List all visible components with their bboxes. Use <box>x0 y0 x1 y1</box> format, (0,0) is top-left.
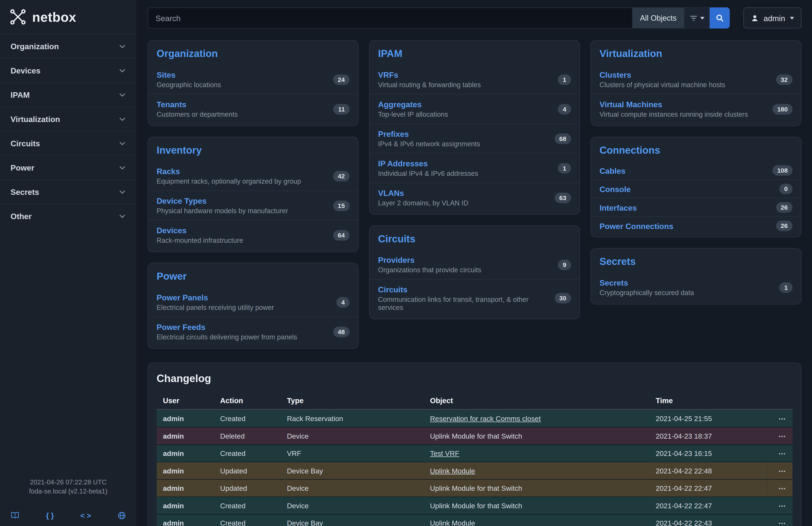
dashboard-link-clusters[interactable]: ClustersClusters of physical virtual mac… <box>591 65 801 94</box>
item-title[interactable]: Power Connections <box>599 222 673 230</box>
card-connections: ConnectionsCables108Console0Interfaces26… <box>591 137 801 238</box>
item-title[interactable]: Console <box>599 184 631 194</box>
item-title[interactable]: Providers <box>378 255 481 265</box>
sidebar-item-virtualization[interactable]: Virtualization <box>0 106 137 131</box>
dashboard-link-circuits[interactable]: CircuitsCommunication links for transit,… <box>370 279 580 317</box>
object-type-selector[interactable]: All Objects <box>632 8 684 28</box>
count-badge: 0 <box>780 184 793 194</box>
sidebar-item-organization[interactable]: Organization <box>0 34 137 58</box>
dashboard-link-interfaces[interactable]: Interfaces26 <box>591 198 801 216</box>
changelog-object-link[interactable]: Uplink Module <box>430 519 475 526</box>
changelog-object-link[interactable]: Reservation for rack Comms closet <box>430 414 541 423</box>
item-title[interactable]: Devices <box>157 226 243 235</box>
filter-dropdown-button[interactable] <box>684 8 710 28</box>
user-menu-button[interactable]: admin <box>743 8 801 28</box>
count-badge: 63 <box>554 192 571 203</box>
row-actions-button[interactable]: ⋯ <box>767 514 793 526</box>
dashboard-link-secrets[interactable]: SecretsCryptographically secured data1 <box>591 273 801 302</box>
changelog-header-row: UserActionTypeObjectTime <box>157 392 793 410</box>
sidebar-item-other[interactable]: Other <box>0 204 137 228</box>
item-text: Interfaces <box>599 203 637 212</box>
search-submit-button[interactable] <box>710 8 730 28</box>
item-title[interactable]: Circuits <box>378 285 549 294</box>
changelog-object: Uplink Module for that Switch <box>430 501 522 510</box>
item-title[interactable]: Interfaces <box>599 203 637 212</box>
item-title[interactable]: Power Feeds <box>157 323 298 331</box>
code-icon[interactable]: < > <box>81 512 91 519</box>
changelog-object-link[interactable]: Test VRF <box>430 450 459 457</box>
row-actions-button[interactable]: ⋯ <box>767 497 793 514</box>
dashboard-link-virtual-machines[interactable]: Virtual MachinesVirtual compute instance… <box>591 94 801 124</box>
dashboard-link-sites[interactable]: SitesGeographic locations24 <box>148 65 358 94</box>
item-title[interactable]: Racks <box>157 167 301 176</box>
sidebar-item-devices[interactable]: Devices <box>0 58 137 82</box>
item-title[interactable]: VLANs <box>378 188 468 198</box>
dashboard-link-cables[interactable]: Cables108 <box>591 161 801 180</box>
changelog-row: adminCreatedDeviceUplink Module for that… <box>157 497 793 514</box>
dashboard-link-power-connections[interactable]: Power Connections26 <box>591 216 801 235</box>
row-actions-button[interactable]: ⋯ <box>767 410 793 427</box>
changelog-action: Created <box>214 410 281 427</box>
sidebar-item-label: Virtualization <box>11 115 60 124</box>
card-title: Connections <box>591 137 801 161</box>
item-title[interactable]: IP Addresses <box>378 159 478 168</box>
dashboard-link-power-panels[interactable]: Power PanelsElectrical panels receiving … <box>148 288 358 317</box>
row-actions-button[interactable]: ⋯ <box>767 427 793 445</box>
brand[interactable]: netbox <box>0 0 137 34</box>
dashboard-link-aggregates[interactable]: AggregatesTop-level IP allocations4 <box>370 94 580 124</box>
row-actions-button[interactable]: ⋯ <box>767 444 793 462</box>
item-description: Organizations that provide circuits <box>378 266 481 274</box>
item-title[interactable]: Aggregates <box>378 100 448 109</box>
dashboard-link-device-types[interactable]: Device TypesPhysical hardware models by … <box>148 190 358 220</box>
card-title: Circuits <box>370 226 580 250</box>
row-actions-button[interactable]: ⋯ <box>767 462 793 480</box>
changelog-table: UserActionTypeObjectTime adminCreatedRac… <box>157 392 793 526</box>
changelog-action: Created <box>214 444 281 462</box>
sidebar-item-circuits[interactable]: Circuits <box>0 131 137 155</box>
dashboard-link-devices[interactable]: DevicesRack-mounted infrastructure64 <box>148 220 358 250</box>
dashboard-link-ip-addresses[interactable]: IP AddressesIndividual IPv4 & IPv6 addre… <box>370 153 580 183</box>
dashboard-link-vlans[interactable]: VLANsLayer 2 domains, by VLAN ID63 <box>370 183 580 212</box>
community-globe-icon[interactable] <box>117 511 126 520</box>
item-title[interactable]: Virtual Machines <box>599 100 748 109</box>
item-title[interactable]: Tenants <box>157 100 238 109</box>
item-title[interactable]: Sites <box>157 70 221 80</box>
dashboard-link-racks[interactable]: RacksEquipment racks, optionally organiz… <box>148 161 358 190</box>
sidebar-item-secrets[interactable]: Secrets <box>0 180 137 204</box>
caret-down-icon <box>700 17 704 19</box>
docs-book-icon[interactable] <box>11 511 19 520</box>
item-text: Device TypesPhysical hardware models by … <box>157 196 288 215</box>
changelog-row: adminUpdatedDeviceUplink Module for that… <box>157 479 793 497</box>
item-title[interactable]: Secrets <box>599 278 694 287</box>
item-title[interactable]: Prefixes <box>378 129 480 139</box>
dashboard-link-providers[interactable]: ProvidersOrganizations that provide circ… <box>370 250 580 279</box>
sidebar-item-power[interactable]: Power <box>0 155 137 180</box>
item-title[interactable]: Clusters <box>599 70 725 80</box>
sidebar-footer-icons: { } < > <box>8 511 129 520</box>
count-badge: 1 <box>558 163 571 173</box>
user-name: admin <box>764 14 785 23</box>
sidebar-item-label: Secrets <box>11 187 39 197</box>
search-input[interactable] <box>148 8 632 28</box>
sidebar-item-ipam[interactable]: IPAM <box>0 82 137 106</box>
dashboard-link-tenants[interactable]: TenantsCustomers or departments11 <box>148 94 358 124</box>
item-title[interactable]: Device Types <box>157 196 288 205</box>
count-badge: 24 <box>333 74 349 85</box>
dashboard-link-console[interactable]: Console0 <box>591 180 801 198</box>
item-title[interactable]: VRFs <box>378 70 481 80</box>
item-title[interactable]: Cables <box>599 166 626 175</box>
changelog-object-link[interactable]: Uplink Module <box>430 467 475 475</box>
item-title[interactable]: Power Panels <box>157 293 274 302</box>
item-description: Layer 2 domains, by VLAN ID <box>378 199 468 207</box>
changelog-time: 2021-04-22 22:43 <box>649 514 767 526</box>
item-description: Customers or departments <box>157 110 238 118</box>
dashboard-link-vrfs[interactable]: VRFsVirtual routing & forwarding tables1 <box>370 65 580 94</box>
changelog-row: adminCreatedVRFTest VRF2021-04-23 16:15⋯ <box>157 444 793 462</box>
dashboard-link-prefixes[interactable]: PrefixesIPv4 & IPv6 network assignments6… <box>370 124 580 153</box>
dashboard-link-power-feeds[interactable]: Power FeedsElectrical circuits deliverin… <box>148 317 358 346</box>
api-braces-icon[interactable]: { } <box>46 512 54 519</box>
sidebar-nav: OrganizationDevicesIPAMVirtualizationCir… <box>0 34 137 228</box>
sidebar-item-label: Devices <box>11 66 41 75</box>
sidebar: netbox OrganizationDevicesIPAMVirtualiza… <box>0 0 137 526</box>
row-actions-button[interactable]: ⋯ <box>767 479 793 497</box>
